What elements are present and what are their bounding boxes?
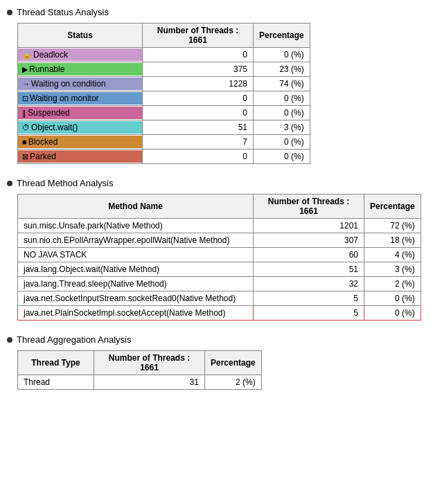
method-table-row: sun.misc.Unsafe.park(Native Method)12017… xyxy=(18,219,421,233)
status-icon: ⊠ xyxy=(22,152,28,161)
method-pct-cell: 4 (%) xyxy=(364,248,421,262)
method-pct-cell: 0 (%) xyxy=(364,291,421,306)
method-count-cell: 5 xyxy=(254,291,364,306)
aggregation-pct-cell: 2 (%) xyxy=(205,375,262,390)
status-pct-cell: 0 (%) xyxy=(254,106,310,120)
status-count-cell: 0 xyxy=(143,91,254,106)
status-pct-cell: 0 (%) xyxy=(254,48,310,62)
status-colored-label: ⊠Parked xyxy=(18,150,142,163)
method-table: Method Name Number of Threads : 1661 Per… xyxy=(17,194,421,321)
aggregation-table: Thread Type Number of Threads : 1661 Per… xyxy=(17,350,262,390)
status-bullet xyxy=(7,10,12,15)
status-label-cell: ⊠Parked xyxy=(18,150,143,164)
status-table-header-row: Status Number of Threads : 1661 Percenta… xyxy=(18,24,310,48)
method-table-header-row: Method Name Number of Threads : 1661 Per… xyxy=(18,195,421,219)
status-count-cell: 7 xyxy=(143,135,254,150)
method-pct-cell: 18 (%) xyxy=(364,233,421,248)
status-table-row: ■Blocked70 (%) xyxy=(18,135,310,150)
status-analysis-section: Thread Status Analysis Status Number of … xyxy=(7,7,435,164)
status-pct-cell: 0 (%) xyxy=(254,135,310,150)
status-label-cell: ■Blocked xyxy=(18,135,143,150)
status-icon: ⏱ xyxy=(22,123,30,132)
method-name-cell: java.net.PlainSocketImpl.socketAccept(Na… xyxy=(18,306,254,321)
method-name-cell: java.lang.Object.wait(Native Method) xyxy=(18,262,254,277)
status-table-row: ⏱Object.wait()513 (%) xyxy=(18,120,310,135)
status-label-cell: →Waiting on condition xyxy=(18,77,143,91)
status-col2-header: Number of Threads : 1661 xyxy=(143,24,254,48)
status-col1-header: Status xyxy=(18,24,143,48)
method-table-row: java.lang.Thread.sleep(Native Method)322… xyxy=(18,277,421,291)
method-pct-cell: 3 (%) xyxy=(364,262,421,277)
aggregation-type-cell: Thread xyxy=(18,375,94,390)
status-colored-label: 🔒Deadlock xyxy=(18,48,142,61)
method-pct-cell: 2 (%) xyxy=(364,277,421,291)
status-icon: → xyxy=(22,80,30,88)
aggregation-col1-header: Thread Type xyxy=(18,351,94,375)
status-label-cell: ‖Suspended xyxy=(18,106,143,120)
method-table-row: java.net.PlainSocketImpl.socketAccept(Na… xyxy=(18,306,421,321)
method-name-cell: sun.misc.Unsafe.park(Native Method) xyxy=(18,219,254,233)
aggregation-col2-header: Number of Threads : 1661 xyxy=(94,351,205,375)
status-count-cell: 0 xyxy=(143,48,254,62)
status-pct-cell: 23 (%) xyxy=(254,62,310,77)
method-title-text: Thread Method Analysis xyxy=(17,178,113,188)
status-icon: ⊡ xyxy=(22,94,28,102)
status-table-row: →Waiting on condition122874 (%) xyxy=(18,77,310,91)
method-table-row: java.lang.Object.wait(Native Method)513 … xyxy=(18,262,421,277)
status-count-cell: 51 xyxy=(143,120,254,135)
status-pct-cell: 0 (%) xyxy=(254,91,310,106)
status-icon: ‖ xyxy=(22,109,26,117)
status-table-row: ⊡Waiting on monitor00 (%) xyxy=(18,91,310,106)
method-col3-header: Percentage xyxy=(364,195,421,219)
method-count-cell: 32 xyxy=(254,277,364,291)
status-label-cell: 🔒Deadlock xyxy=(18,48,143,62)
status-section-title: Thread Status Analysis xyxy=(7,7,435,17)
status-colored-label: ▶Runnable xyxy=(18,63,142,75)
method-count-cell: 60 xyxy=(254,248,364,262)
status-count-cell: 0 xyxy=(143,106,254,120)
aggregation-table-row: Thread312 (%) xyxy=(18,375,262,390)
status-table-row: ‖Suspended00 (%) xyxy=(18,106,310,120)
status-colored-label: →Waiting on condition xyxy=(18,78,142,90)
status-colored-label: ‖Suspended xyxy=(18,107,142,119)
aggregation-count-cell: 31 xyxy=(94,375,205,390)
status-table: Status Number of Threads : 1661 Percenta… xyxy=(17,23,310,164)
status-label-cell: ⏱Object.wait() xyxy=(18,120,143,135)
method-name-cell: sun.nio.ch.EPollArrayWrapper.epollWait(N… xyxy=(18,233,254,248)
status-icon: ▶ xyxy=(22,65,28,73)
method-pct-cell: 72 (%) xyxy=(364,219,421,233)
status-colored-label: ⊡Waiting on monitor xyxy=(18,92,142,105)
method-table-row: java.net.SocketInputStream.socketRead0(N… xyxy=(18,291,421,306)
method-col2-header: Number of Threads : 1661 xyxy=(254,195,364,219)
status-icon: 🔒 xyxy=(22,51,32,59)
method-analysis-section: Thread Method Analysis Method Name Numbe… xyxy=(7,178,435,321)
method-name-cell: java.lang.Thread.sleep(Native Method) xyxy=(18,277,254,291)
status-label-cell: ⊡Waiting on monitor xyxy=(18,91,143,106)
method-table-row: sun.nio.ch.EPollArrayWrapper.epollWait(N… xyxy=(18,233,421,248)
aggregation-table-header-row: Thread Type Number of Threads : 1661 Per… xyxy=(18,351,262,375)
method-bullet xyxy=(7,181,12,186)
method-pct-cell: 0 (%) xyxy=(364,306,421,321)
status-colored-label: ■Blocked xyxy=(18,136,142,148)
method-count-cell: 5 xyxy=(254,306,364,321)
status-title-text: Thread Status Analysis xyxy=(17,7,109,17)
status-icon: ■ xyxy=(22,138,27,146)
status-count-cell: 0 xyxy=(143,150,254,164)
status-count-cell: 375 xyxy=(143,62,254,77)
status-label-cell: ▶Runnable xyxy=(18,62,143,77)
aggregation-analysis-section: Thread Aggregation Analysis Thread Type … xyxy=(7,334,435,390)
status-colored-label: ⏱Object.wait() xyxy=(18,121,142,134)
status-pct-cell: 74 (%) xyxy=(254,77,310,91)
status-table-row: ⊠Parked00 (%) xyxy=(18,150,310,164)
method-table-row: NO JAVA STACK604 (%) xyxy=(18,248,421,262)
status-pct-cell: 0 (%) xyxy=(254,150,310,164)
status-pct-cell: 3 (%) xyxy=(254,120,310,135)
status-table-row: ▶Runnable37523 (%) xyxy=(18,62,310,77)
method-col1-header: Method Name xyxy=(18,195,254,219)
status-count-cell: 1228 xyxy=(143,77,254,91)
method-count-cell: 307 xyxy=(254,233,364,248)
method-name-cell: NO JAVA STACK xyxy=(18,248,254,262)
status-table-row: 🔒Deadlock00 (%) xyxy=(18,48,310,62)
method-section-title: Thread Method Analysis xyxy=(7,178,435,188)
status-col3-header: Percentage xyxy=(254,24,310,48)
